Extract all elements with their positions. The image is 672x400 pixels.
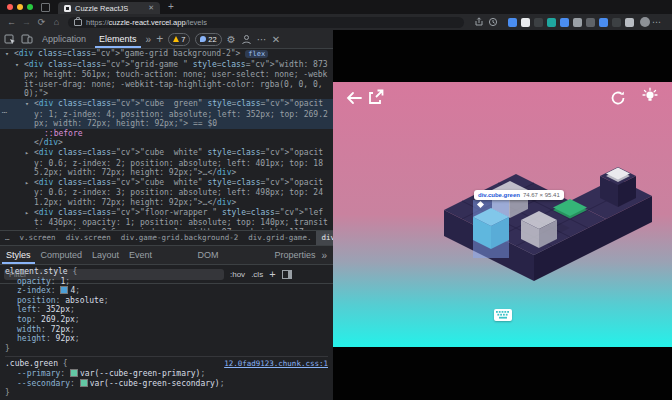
window-controls xyxy=(7,4,33,10)
extension-icon[interactable] xyxy=(521,18,530,27)
window-close-button[interactable] xyxy=(7,4,13,10)
devtools-close-icon[interactable]: ✕ xyxy=(272,34,280,45)
css-rule: 12.0fad9123.chunk.css:1.cube.green {--pr… xyxy=(5,357,328,400)
issues-icon xyxy=(200,36,206,42)
css-property[interactable]: height: 92px; xyxy=(5,334,328,344)
extension-icon[interactable] xyxy=(625,18,634,27)
flex-badge[interactable]: flex xyxy=(245,50,268,58)
issues-badge[interactable]: 22 xyxy=(195,33,221,46)
extension-icon[interactable] xyxy=(599,18,608,27)
inspect-element-icon[interactable] xyxy=(4,33,16,45)
breadcrumb-item[interactable]: div.game-grid.background-2 xyxy=(116,231,243,245)
back-icon[interactable]: ← xyxy=(4,17,19,27)
home-icon[interactable]: ⌂ xyxy=(49,17,64,27)
styles-tab-styles[interactable]: Styles xyxy=(2,247,35,264)
css-property[interactable]: z-index: 4; xyxy=(5,286,328,296)
new-tab-button[interactable]: + xyxy=(168,2,174,12)
collections-icon[interactable] xyxy=(488,17,498,27)
tab-application[interactable]: Application xyxy=(38,31,90,48)
warning-icon xyxy=(173,36,179,42)
tab-close-icon[interactable]: ✕ xyxy=(148,4,154,12)
hint-bulb-icon[interactable] xyxy=(642,87,658,106)
dom-tree-line[interactable]: ▸<div class=class="cv">"cube white" styl… xyxy=(0,148,333,178)
share-icon[interactable] xyxy=(474,17,484,27)
css-property[interactable]: --primary: var(--cube-green-primary); xyxy=(5,369,328,379)
settings-gear-icon[interactable]: ⚙ xyxy=(227,34,236,45)
profile-avatar[interactable] xyxy=(640,17,650,27)
dom-tree-line[interactable]: ⋯▾<div class=class="cv">"cube green" sty… xyxy=(0,99,333,129)
breadcrumb: …v.screendiv.screendiv.game-grid.backgro… xyxy=(0,230,333,245)
add-panel-icon[interactable]: + xyxy=(156,32,163,46)
window-minimize-button[interactable] xyxy=(17,4,23,10)
dom-tree-line[interactable]: ▸<div class=class="cv">"floor-wrapper " … xyxy=(0,208,333,231)
more-actions-icon[interactable]: ⋯ xyxy=(2,108,7,118)
dom-tree-line[interactable]: ▸<div class=class="cv">"cube white" styl… xyxy=(0,178,333,208)
iso-puzzle-board[interactable] xyxy=(428,160,663,300)
dom-tree-line[interactable]: </div> xyxy=(0,138,333,148)
dom-tree-line[interactable]: ▾<div class=class="cv">"game-grid backgr… xyxy=(0,49,333,60)
breadcrumb-item[interactable]: div.grid-game. xyxy=(243,231,316,245)
tab-overview-icon[interactable] xyxy=(41,3,50,12)
warning-count: 7 xyxy=(181,35,185,44)
devtools-panel: Application Elements » + 7 22 ⚙ ⋯ ✕ ▾<di… xyxy=(0,30,333,400)
extension-icon[interactable] xyxy=(612,18,621,27)
forward-icon[interactable]: → xyxy=(19,17,34,27)
dom-tree-line[interactable]: ::before xyxy=(0,129,333,139)
tab-title: Cuzzle ReactJS xyxy=(75,4,128,13)
breadcrumb-item[interactable]: v.screen xyxy=(15,231,61,245)
restart-icon[interactable] xyxy=(610,90,626,106)
dom-tree-line[interactable]: ▾<div class=class="cv">"grid-game " styl… xyxy=(0,60,333,99)
devtools-toolbar: Application Elements » + 7 22 ⚙ ⋯ ✕ xyxy=(0,30,333,49)
css-property[interactable]: top: 269.2px; xyxy=(5,315,328,325)
more-panels-icon[interactable]: » xyxy=(146,34,152,45)
styles-tab-layout[interactable]: Layout xyxy=(88,247,123,264)
browser-tab[interactable]: Cuzzle ReactJS ✕ xyxy=(58,2,160,14)
color-swatch[interactable] xyxy=(60,286,68,294)
css-property[interactable]: left: 352px; xyxy=(5,305,328,315)
css-property[interactable]: width: 72px; xyxy=(5,325,328,335)
css-property[interactable]: opacity: 1; xyxy=(5,277,328,287)
css-property[interactable]: position: absolute; xyxy=(5,296,328,306)
browser-menu-icon[interactable]: ⋯ xyxy=(652,17,661,27)
window-zoom-button[interactable] xyxy=(27,4,33,10)
favicon xyxy=(64,5,71,12)
css-property[interactable]: --secondary: var(--cube-green-secondary)… xyxy=(5,379,328,389)
screen: { "theme": { "accent": "#8ab4f8", "warni… xyxy=(0,0,672,400)
extension-icon[interactable] xyxy=(534,18,543,27)
styles-tab-computed[interactable]: Computed xyxy=(37,247,87,264)
browser-toolbar: ← → ⟳ ⌂ https://cuzzle-react.vercel.app/… xyxy=(0,14,672,30)
styles-more-tabs-icon[interactable]: » xyxy=(321,250,331,261)
css-selector[interactable]: 12.0fad9123.chunk.css:1.cube.green { xyxy=(5,359,328,369)
extension-icon[interactable] xyxy=(547,18,556,27)
extension-icon[interactable] xyxy=(586,18,595,27)
styles-tab-dom-breakpoints[interactable]: DOM Breakpoints xyxy=(194,247,269,264)
stylesheet-link[interactable]: 12.0fad9123.chunk.css:1 xyxy=(224,359,328,369)
extension-icon[interactable] xyxy=(560,18,569,27)
styles-tab-event-listeners[interactable]: Event Listeners xyxy=(125,247,191,264)
breadcrumb-item[interactable]: div.cube.green xyxy=(316,231,333,245)
color-swatch[interactable] xyxy=(70,369,78,377)
extension-icons xyxy=(508,18,634,27)
color-swatch[interactable] xyxy=(80,379,88,387)
warnings-badge[interactable]: 7 xyxy=(168,33,190,46)
extension-icon[interactable] xyxy=(508,18,517,27)
styles-pane: element.style {opacity: 1;z-index: 4;pos… xyxy=(0,262,333,400)
share-level-icon[interactable] xyxy=(367,88,385,106)
css-selector[interactable]: element.style { xyxy=(5,267,328,277)
lock-icon[interactable] xyxy=(74,19,82,26)
devtools-menu-icon[interactable]: ⋯ xyxy=(257,34,267,45)
device-toolbar-icon[interactable] xyxy=(21,33,33,45)
address-bar[interactable]: https://cuzzle-react.vercel.app/levels xyxy=(68,17,464,28)
tooltip-dimensions: 74.67 × 95.41 xyxy=(523,192,560,198)
url-text: https://cuzzle-react.vercel.app/levels xyxy=(86,18,207,27)
account-icon[interactable] xyxy=(241,34,252,45)
breadcrumb-item[interactable]: div.screen xyxy=(61,231,116,245)
styles-tab-properties[interactable]: Properties xyxy=(270,247,319,264)
tab-elements[interactable]: Elements xyxy=(95,31,141,48)
extension-icon[interactable] xyxy=(573,18,582,27)
back-arrow-icon[interactable] xyxy=(345,90,363,106)
breadcrumb-overflow[interactable]: … xyxy=(0,231,15,245)
reload-icon[interactable]: ⟳ xyxy=(34,17,49,27)
keyboard-toggle-icon[interactable] xyxy=(494,309,512,321)
tooltip-element-name: div.cube.green xyxy=(478,192,520,198)
